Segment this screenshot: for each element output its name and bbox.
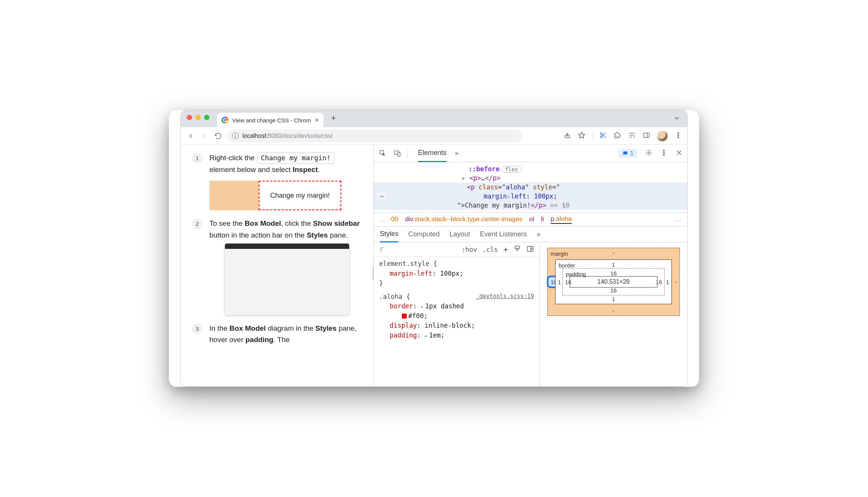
content-dimensions[interactable]: 140.531×28 (570, 276, 657, 288)
extensions-icon[interactable] (614, 131, 621, 141)
forward-button[interactable] (200, 131, 209, 141)
page-content: 1 Right-click the Change my margin! elem… (181, 145, 374, 386)
share-icon[interactable] (564, 131, 571, 141)
margin-overlay (209, 181, 259, 210)
separator (592, 131, 593, 141)
border-label: border (559, 262, 575, 269)
border-left-value[interactable]: 1 (558, 279, 561, 285)
subtab-styles[interactable]: Styles (380, 227, 398, 242)
settings-icon[interactable] (645, 149, 653, 158)
margin-bottom-value[interactable]: - (613, 308, 615, 314)
css-rules[interactable]: element.style { margin-left: 100px; } .a… (374, 257, 539, 342)
devtools-toolbar: Elements » 1 (374, 145, 687, 162)
padding-right-value[interactable]: 16 (656, 279, 662, 285)
demo-element[interactable]: Change my margin! (259, 181, 341, 210)
new-tab-button[interactable]: + (328, 113, 339, 124)
padding-label: padding (566, 271, 586, 277)
back-button[interactable] (186, 131, 196, 141)
crumb-item[interactable]: li (541, 216, 544, 223)
selected-dom-node[interactable]: <p class="aloha" style=" (374, 183, 687, 192)
address-bar[interactable]: i localhost:8080/docs/devtools/css/ (227, 130, 522, 142)
scissors-icon[interactable] (599, 131, 607, 141)
tab-close-icon[interactable]: × (315, 116, 319, 124)
show-sidebar-icon[interactable] (526, 245, 534, 254)
margin-label: margin (551, 250, 568, 257)
paint-brush-icon[interactable] (514, 245, 521, 254)
step-number: 3 (192, 324, 203, 334)
screenshot-thumbnail (225, 243, 350, 315)
color-swatch-icon[interactable] (402, 314, 407, 319)
close-window-icon[interactable] (187, 115, 192, 120)
hov-toggle[interactable]: :hov (462, 246, 477, 253)
crumb-overflow[interactable]: … (380, 216, 386, 223)
crumb-item-active[interactable]: p.aloha (551, 215, 572, 224)
node-text: Change my margin! (465, 202, 531, 209)
svg-point-11 (678, 134, 679, 136)
inspect-icon[interactable] (378, 149, 387, 158)
fullscreen-window-icon[interactable] (204, 115, 209, 120)
new-rule-icon[interactable]: + (503, 245, 508, 254)
minimize-window-icon[interactable] (195, 115, 201, 120)
pane-resize-handle[interactable] (373, 266, 374, 280)
window-controls[interactable] (187, 115, 209, 120)
separator (407, 149, 407, 158)
margin-right-value[interactable]: - (675, 279, 677, 285)
tab-search-icon[interactable] (673, 114, 681, 123)
svg-point-18 (663, 152, 665, 153)
border-top-value[interactable]: 1 (612, 261, 615, 268)
side-panel-icon[interactable] (643, 131, 650, 141)
margin-top-value[interactable]: - (613, 250, 615, 256)
devtools-menu-icon[interactable] (660, 149, 668, 158)
flex-badge[interactable]: flex (502, 166, 521, 173)
svg-marker-1 (579, 132, 585, 138)
subtab-event-listeners[interactable]: Event Listeners (480, 230, 527, 238)
svg-point-17 (663, 150, 665, 151)
svg-rect-15 (398, 152, 400, 156)
step-number: 2 (192, 219, 203, 229)
svg-rect-22 (515, 246, 520, 248)
crumb-item[interactable]: div.stack.stack--block.type.center-image… (405, 216, 523, 223)
cls-toggle[interactable]: .cls (482, 246, 498, 253)
styles-pane: F :hov .cls + element.style { margin-lef… (374, 242, 540, 386)
tab-elements[interactable]: Elements (418, 145, 446, 162)
dom-tree[interactable]: ::beforeflex ▸ <p>…</p> <p class="aloha"… (374, 162, 687, 212)
subtab-computed[interactable]: Computed (408, 230, 440, 238)
border-bottom-value[interactable]: 1 (612, 296, 615, 302)
dom-ellipsis-icon[interactable]: ⋯ (378, 192, 386, 201)
padding-top-value[interactable]: 16 (610, 270, 617, 277)
crumb-item[interactable]: ·00 (389, 216, 398, 223)
step-text: To see the Box Model, click the Show sid… (209, 218, 362, 315)
border-right-value[interactable]: 1 (666, 279, 669, 285)
reload-button[interactable] (213, 131, 223, 141)
devtools-close-icon[interactable] (675, 149, 683, 158)
padding-left-value[interactable]: 16 (565, 279, 571, 285)
margin-demo: Change my margin! (209, 181, 362, 210)
inline-style-text: margin-left: 100px; (484, 192, 557, 200)
pseudo-before: ::before (468, 165, 500, 173)
step-text: Right-click the Change my margin! elemen… (209, 152, 362, 210)
reading-list-icon[interactable] (628, 131, 636, 141)
chrome-menu-icon[interactable] (674, 131, 682, 141)
profile-avatar[interactable] (657, 131, 668, 141)
device-toggle-icon[interactable] (393, 149, 402, 158)
tab-strip: View and change CSS - Chrom × + (181, 111, 687, 127)
tab-overflow-icon[interactable]: » (455, 145, 459, 162)
site-info-icon[interactable]: i (232, 133, 239, 139)
filter-input[interactable]: F (379, 246, 394, 253)
svg-point-16 (648, 152, 650, 153)
svg-point-2 (601, 133, 603, 134)
browser-tab[interactable]: View and change CSS - Chrom × (217, 113, 323, 127)
box-model-diagram[interactable]: margin - - - 100 border 1 1 1 1 (540, 242, 687, 386)
subtab-overflow-icon[interactable]: » (537, 230, 540, 238)
url-text: localhost:8080/docs/devtools/css/ (242, 133, 333, 139)
subtab-layout[interactable]: Layout (450, 230, 470, 238)
breadcrumb[interactable]: … ·00 div.stack.stack--block.type.center… (374, 212, 687, 227)
bookmark-icon[interactable] (578, 131, 585, 141)
padding-bottom-value[interactable]: 16 (610, 287, 617, 294)
crumb-overflow[interactable]: … (675, 216, 681, 223)
step-text: In the Box Model diagram in the Styles p… (209, 323, 362, 346)
crumb-item[interactable]: ol (529, 216, 534, 223)
svg-point-19 (663, 154, 665, 155)
issues-badge[interactable]: 1 (618, 149, 637, 158)
source-link[interactable]: _devtools.scss:19 (476, 292, 534, 301)
